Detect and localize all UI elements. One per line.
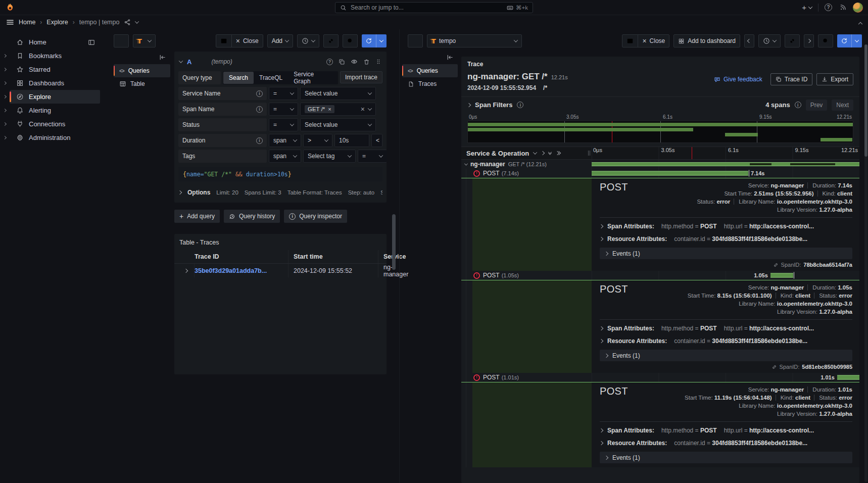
new-button[interactable]: + [801, 3, 813, 12]
chevron-right-icon[interactable] [3, 109, 7, 112]
root-span-row[interactable]: ng-manager GET /* (12.21s) [461, 160, 859, 169]
time-shift-back-icon[interactable] [744, 34, 754, 47]
duration-operator[interactable]: > [303, 134, 332, 147]
export-button[interactable]: Export [816, 73, 853, 85]
dock-menu-icon[interactable] [88, 39, 95, 46]
status-value[interactable]: Select value [300, 118, 376, 131]
chevron-right-icon[interactable] [3, 68, 7, 71]
span-attributes-accordion[interactable]: Span Attributes:http.method = POSThttp.u… [600, 220, 852, 232]
datasource-picker[interactable]: Ttempo [427, 34, 522, 47]
span-name-operator[interactable]: = [269, 103, 298, 116]
options-accordion[interactable]: Options Limit: 20Spans Limit: 3Table For… [178, 186, 382, 199]
span-filters-accordion[interactable]: Span Filters i 4 spans i Prev Next [461, 96, 859, 113]
trace-id-button[interactable]: Trace ID [770, 73, 813, 85]
grafana-logo[interactable] [5, 3, 15, 13]
clear-icon[interactable]: × [361, 106, 365, 113]
span-bar[interactable] [837, 375, 859, 380]
zoom-out-icon[interactable] [343, 34, 358, 47]
give-feedback-link[interactable]: Give feedback [714, 76, 762, 83]
link-icon[interactable] [785, 34, 800, 47]
add-to-dashboard-button[interactable]: Add to dashboard [673, 34, 740, 47]
service-name-operator[interactable]: = [269, 87, 298, 100]
menu-icon[interactable] [6, 18, 14, 26]
duplicate-query-icon[interactable] [339, 59, 345, 65]
delete-query-icon[interactable] [363, 59, 370, 65]
span-attributes-accordion[interactable]: Span Attributes:http.method = POSThttp.u… [600, 322, 852, 334]
query-list-icon[interactable] [408, 34, 423, 47]
span-bar[interactable] [592, 171, 748, 176]
import-trace-button[interactable]: Import trace [340, 71, 382, 83]
collapse-deep-icon[interactable] [549, 152, 551, 155]
expand-one-icon[interactable] [541, 151, 545, 155]
share-icon[interactable] [124, 19, 131, 26]
chevron-down-icon[interactable] [135, 19, 139, 23]
col-start-time[interactable]: Start time [288, 250, 378, 263]
service-name-value[interactable]: Select value [300, 87, 376, 100]
avatar[interactable] [853, 3, 863, 13]
resource-attributes-accordion[interactable]: Resource Attributes:container.id = 304fd… [600, 232, 852, 245]
search-input[interactable]: Search or jump to... ⌘+k [335, 2, 533, 13]
status-operator[interactable]: = [269, 118, 298, 131]
column-resize-handle[interactable] [587, 147, 592, 159]
right-pane-scrollbar[interactable] [864, 44, 867, 157]
span-row[interactable]: ! POST (7.14s) 7.14s [461, 169, 859, 178]
hide-query-icon[interactable] [351, 58, 358, 65]
trace-id-link[interactable]: 35be0f3d29a01adda7b... [195, 267, 267, 274]
close-pane-button[interactable]: ×Close [231, 35, 263, 47]
next-span-button[interactable]: Next [832, 100, 853, 111]
events-accordion[interactable]: Events (1) [600, 452, 852, 463]
query-type-traceql[interactable]: TraceQL [254, 72, 288, 84]
tab-queries[interactable]: <>Queries [114, 64, 170, 77]
breadcrumb-explore[interactable]: Explore [46, 19, 68, 26]
add-query-button[interactable]: +Add query [174, 210, 220, 223]
sidebar-item-starred[interactable]: Starred [0, 63, 105, 76]
chevron-right-icon[interactable] [3, 81, 7, 85]
zoom-out-icon[interactable] [818, 34, 833, 47]
query-type-service-graph[interactable]: Service Graph [288, 72, 337, 84]
sidebar-item-alerting[interactable]: Alerting [0, 104, 105, 117]
span-bar[interactable] [770, 273, 794, 278]
collapse-span-icon[interactable] [464, 162, 468, 165]
query-type-search[interactable]: Search [223, 72, 254, 84]
sidebar-item-explore[interactable]: Explore [0, 90, 105, 104]
time-shift-forward-icon[interactable] [804, 34, 814, 47]
duration-max-operator[interactable]: < [371, 134, 382, 147]
sidebar-item-connections[interactable]: Connections [0, 117, 105, 131]
collapse-query-icon[interactable] [179, 59, 183, 63]
chevron-right-icon[interactable] [3, 122, 7, 126]
tags-key-select[interactable]: Select tag [303, 150, 356, 163]
run-query-button[interactable] [362, 34, 387, 47]
query-ref[interactable]: A [187, 58, 191, 66]
query-help-icon[interactable]: ? [326, 59, 333, 65]
span-name-value[interactable]: GET /*× × [300, 103, 376, 116]
chevron-right-icon[interactable] [3, 54, 7, 58]
events-accordion[interactable]: Events (1) [600, 350, 852, 361]
tags-operator[interactable]: = [358, 150, 387, 163]
time-range-picker[interactable] [758, 34, 781, 47]
expand-row-icon[interactable] [177, 264, 195, 277]
collapse-panel-icon[interactable] [159, 54, 166, 61]
value-chip[interactable]: GET /*× [305, 105, 334, 113]
sidebar-item-home[interactable]: Home [0, 35, 105, 49]
tab-queries[interactable]: <>Queries [402, 64, 458, 77]
link-icon[interactable] [771, 364, 777, 370]
remove-chip-icon[interactable]: × [328, 107, 331, 112]
tab-traces[interactable]: Traces [402, 77, 458, 90]
drag-handle-icon[interactable] [375, 59, 381, 65]
trace-minimap[interactable]: 0μs3.05s6.1s9.15s12.21s [467, 114, 853, 143]
chevron-right-icon[interactable] [3, 95, 7, 99]
query-list-icon[interactable] [114, 34, 129, 47]
resource-attributes-accordion[interactable]: Resource Attributes:container.id = 304fd… [600, 437, 852, 449]
sidebar-item-bookmarks[interactable]: Bookmarks [0, 49, 105, 63]
news-icon[interactable] [838, 3, 848, 12]
col-trace-id[interactable]: Trace ID [195, 250, 288, 263]
split-pane-icon[interactable] [622, 35, 638, 47]
sidebar-item-administration[interactable]: Administration [0, 131, 105, 144]
left-pane-scrollbar[interactable] [392, 214, 396, 270]
query-history-button[interactable]: Query history [224, 210, 280, 223]
chevron-up-icon[interactable] [859, 19, 862, 26]
tab-table[interactable]: Table [114, 77, 170, 90]
tags-scope[interactable]: span [269, 150, 301, 163]
sidebar-item-dashboards[interactable]: Dashboards [0, 76, 105, 90]
run-query-button[interactable] [837, 34, 862, 47]
